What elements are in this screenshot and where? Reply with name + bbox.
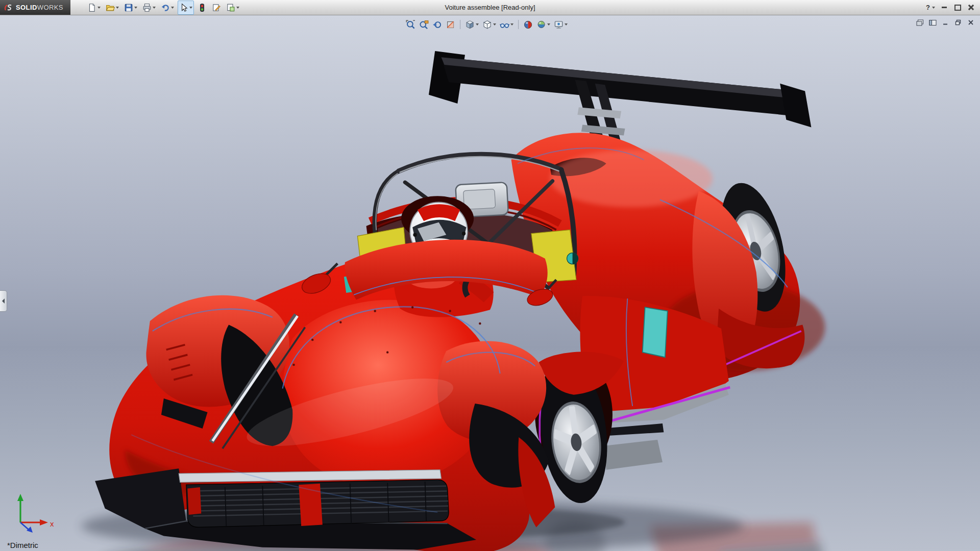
- make-assembly-icon: [226, 3, 235, 12]
- section-view-button[interactable]: [445, 17, 456, 32]
- display-style-button[interactable]: [481, 17, 497, 32]
- make-drawing-button[interactable]: [210, 1, 223, 15]
- previous-view-icon: [432, 20, 442, 30]
- dropdown-caret[interactable]: [134, 7, 137, 9]
- print-button[interactable]: [141, 1, 157, 15]
- view-settings-icon: [554, 20, 564, 30]
- rebuild-traffic-icon: [198, 3, 207, 12]
- zoom-to-fit-button[interactable]: [405, 17, 416, 32]
- view-orientation-label: *Dimetric: [7, 541, 38, 549]
- document-title: Voiture assemblee [Read-only]: [445, 4, 535, 11]
- doc-restore-button[interactable]: [953, 18, 963, 27]
- dropdown-caret[interactable]: [236, 7, 239, 9]
- title-bar: SOLIDWORKS: [0, 0, 980, 15]
- display-style-icon: [482, 20, 492, 30]
- doc-minimize-icon: [942, 19, 948, 26]
- toolbar-separator: [460, 20, 460, 29]
- restore-button[interactable]: [951, 3, 964, 13]
- open-folder-icon: [106, 3, 115, 12]
- doc-restore-icon: [955, 19, 961, 26]
- dropdown-caret[interactable]: [476, 23, 479, 26]
- apply-scene-button[interactable]: [535, 17, 551, 32]
- edit-appearance-button[interactable]: [522, 17, 534, 32]
- cascade-pane-icon: [916, 19, 924, 26]
- cascade-pane-button[interactable]: [915, 18, 925, 27]
- section-view-icon: [446, 20, 455, 30]
- main-toolbar: [86, 1, 241, 15]
- print-icon: [142, 3, 152, 12]
- help-button[interactable]: ?: [924, 4, 937, 11]
- dropdown-caret[interactable]: [153, 7, 156, 9]
- document-window-controls: [915, 18, 976, 27]
- undo-button[interactable]: [159, 1, 176, 15]
- dropdown-caret[interactable]: [510, 23, 513, 26]
- minimize-button[interactable]: [938, 3, 950, 13]
- close-icon: [968, 5, 974, 10]
- previous-view-button[interactable]: [431, 17, 443, 32]
- select-button[interactable]: [178, 1, 194, 15]
- window-controls: ?: [924, 3, 980, 13]
- solidworks-logo: SOLIDWORKS: [0, 0, 70, 15]
- undo-icon: [161, 3, 170, 12]
- save-button[interactable]: [122, 1, 139, 15]
- doc-minimize-button[interactable]: [940, 18, 950, 27]
- split-pane-button[interactable]: [927, 18, 938, 27]
- zoom-to-area-icon: [419, 20, 429, 30]
- car-model: [0, 15, 980, 551]
- rebuild-button[interactable]: [196, 1, 208, 15]
- new-document-button[interactable]: [86, 1, 102, 15]
- split-pane-icon: [929, 19, 937, 26]
- dropdown-caret[interactable]: [932, 7, 935, 9]
- open-button[interactable]: [104, 1, 120, 15]
- minimize-icon: [942, 7, 947, 8]
- close-button[interactable]: [965, 3, 977, 13]
- solidworks-logo-icon: [4, 4, 13, 12]
- save-icon: [124, 3, 133, 12]
- dropdown-caret[interactable]: [547, 23, 550, 26]
- select-arrow-icon: [179, 3, 188, 12]
- solidworks-window: SOLIDWORKS: [0, 0, 980, 551]
- brand-text: SOLIDWORKS: [16, 4, 63, 11]
- new-document-icon: [87, 3, 96, 12]
- dropdown-caret[interactable]: [493, 23, 496, 26]
- dropdown-caret[interactable]: [565, 23, 568, 26]
- chevron-left-icon: [2, 298, 5, 304]
- doc-close-button[interactable]: [966, 18, 976, 27]
- heads-up-view-toolbar: [405, 17, 569, 32]
- triad-x-label: x: [50, 519, 54, 528]
- make-drawing-icon: [212, 3, 221, 12]
- help-glyph: ?: [926, 4, 930, 11]
- view-orientation-cube-icon: [465, 20, 475, 30]
- doc-close-icon: [968, 19, 974, 26]
- dropdown-caret[interactable]: [189, 7, 192, 9]
- appearance-sphere-icon: [523, 20, 533, 30]
- restore-icon: [954, 5, 961, 11]
- eyeglasses-icon: [500, 20, 509, 30]
- dropdown-caret[interactable]: [97, 7, 101, 9]
- dropdown-caret[interactable]: [116, 7, 119, 9]
- zoom-to-area-button[interactable]: [418, 17, 430, 32]
- zoom-to-fit-icon: [406, 20, 415, 30]
- make-assembly-button[interactable]: [225, 1, 241, 15]
- graphics-viewport[interactable]: x *Dimetric: [0, 15, 980, 551]
- dropdown-caret[interactable]: [171, 7, 174, 9]
- view-orientation-button[interactable]: [464, 17, 480, 32]
- reference-triad: x: [11, 491, 57, 534]
- scene-sphere-icon: [536, 20, 546, 30]
- panel-flyout-tab[interactable]: [0, 290, 7, 312]
- view-settings-button[interactable]: [553, 17, 569, 32]
- hide-show-items-button[interactable]: [499, 17, 514, 32]
- toolbar-separator: [518, 20, 519, 29]
